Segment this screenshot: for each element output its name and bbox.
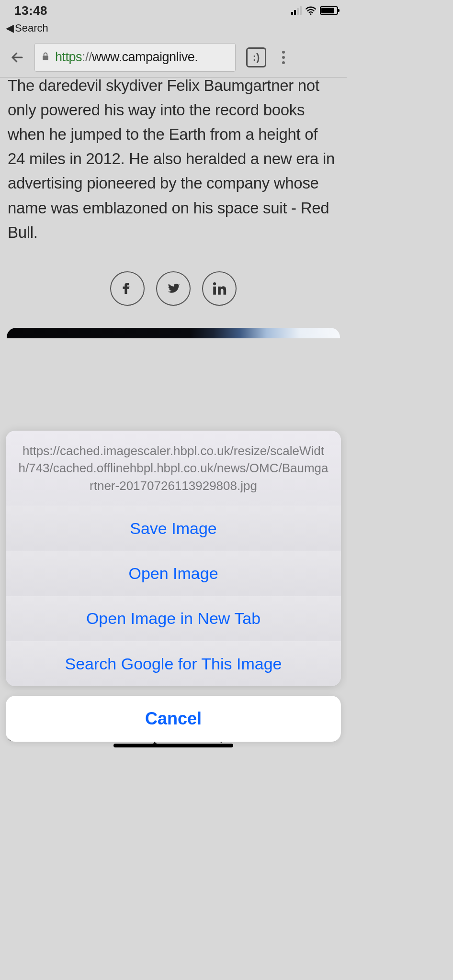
facebook-icon [119,280,136,297]
svg-rect-3 [213,287,216,295]
save-image-button[interactable]: Save Image [6,506,341,551]
action-sheet-title: https://cached.imagescaler.hbpl.co.uk/re… [6,431,341,506]
share-twitter-button[interactable] [156,271,191,306]
social-share-row [8,245,339,328]
home-indicator[interactable] [113,744,233,747]
address-bar[interactable]: https://www.campaignlive. [34,43,236,72]
status-time: 13:48 [14,3,47,18]
overflow-menu-button[interactable] [273,47,294,68]
back-button[interactable] [7,47,28,68]
url-scheme: https [55,50,82,64]
back-to-app[interactable]: ◀ Search [0,21,347,37]
cell-signal-icon [291,6,302,15]
address-text: https://www.campaignlive. [55,50,198,65]
status-right-cluster [291,4,338,17]
page-content: The daredevil skydiver Felix Baumgartner… [0,78,347,338]
share-linkedin-button[interactable] [202,271,237,306]
url-host: www.campaignlive. [92,50,198,64]
open-image-new-tab-button[interactable]: Open Image in New Tab [6,596,341,641]
svg-point-0 [310,13,311,15]
back-to-app-label: Search [15,22,48,34]
article-paragraph: only powered his way into the record boo… [8,96,339,245]
wifi-icon [305,4,317,17]
tab-count: :) [253,51,260,64]
svg-point-4 [213,282,216,285]
battery-icon [320,6,338,15]
lock-icon [41,51,50,64]
search-google-image-button[interactable]: Search Google for This Image [6,641,341,686]
url-separator: :// [82,50,92,64]
article-hero-image[interactable] [7,328,340,338]
article-cut-line: The daredevil skydiver Felix Baumgartner… [8,77,339,95]
cancel-button[interactable]: Cancel [6,696,341,742]
svg-rect-2 [43,56,48,60]
chevron-left-icon: ◀ [6,22,14,34]
browser-toolbar: https://www.campaignlive. :) [0,37,347,78]
open-image-button[interactable]: Open Image [6,551,341,596]
twitter-icon [165,280,181,297]
tab-switcher-button[interactable]: :) [246,47,266,67]
linkedin-icon [211,280,227,297]
image-action-sheet: https://cached.imagescaler.hbpl.co.uk/re… [6,431,341,686]
share-facebook-button[interactable] [110,271,145,306]
status-bar: 13:48 [0,0,347,21]
